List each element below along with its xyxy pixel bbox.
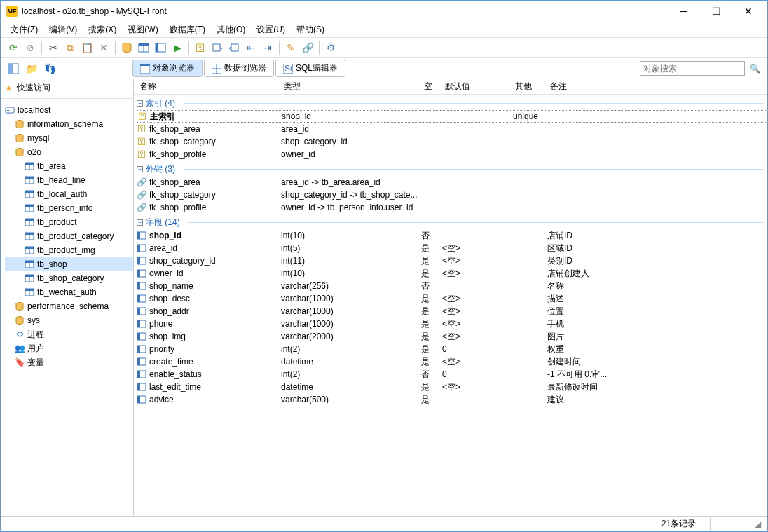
user-icon: 👥	[15, 343, 25, 353]
tree-item-mysql[interactable]: mysql	[5, 131, 133, 145]
menu-file[interactable]: 文件(Z)	[5, 22, 43, 37]
table-row[interactable]: shop_category_idint(11)是<空>类别ID	[137, 254, 767, 267]
menu-search[interactable]: 搜索(X)	[83, 22, 122, 37]
tree-item-变量[interactable]: 🔖变量	[5, 355, 133, 369]
table-row[interactable]: 🔗fk_shop_areaarea_id -> tb_area.area_id	[137, 176, 767, 189]
menu-view[interactable]: 视图(W)	[122, 22, 163, 37]
row-null: 是	[421, 268, 442, 280]
table-row[interactable]: advicevarchar(500)是建议	[137, 393, 767, 406]
close-button[interactable]: ✕	[732, 1, 764, 22]
tree-item-tb_product_category[interactable]: tb_product_category	[5, 229, 133, 243]
filter-button[interactable]: ⚙	[323, 40, 338, 55]
table-row[interactable]: shop_addrvarchar(1000)是<空>位置	[137, 305, 767, 318]
quick-access-header[interactable]: ★ 快速访问	[1, 79, 133, 97]
row-type: varchar(1000)	[281, 294, 421, 303]
row-remark: 创建时间	[547, 356, 767, 368]
copy-button[interactable]: ⧉	[62, 40, 78, 55]
menu-database[interactable]: 数据库(T)	[164, 22, 211, 37]
col-default[interactable]: 默认值	[442, 81, 512, 93]
tree-item-进程[interactable]: ⚙进程	[5, 327, 133, 341]
tree-item-tb_area[interactable]: tb_area	[5, 159, 133, 173]
section-header[interactable]: −索引 (4)	[137, 96, 767, 110]
col-remark[interactable]: 备注	[547, 81, 767, 93]
row-null: 否	[421, 230, 442, 242]
tab-sql-editor[interactable]: SQ SQL编辑器	[275, 60, 345, 77]
table-row[interactable]: owner_idint(10)是<空>店铺创建人	[137, 267, 767, 280]
tree-item-tb_local_auth[interactable]: tb_local_auth	[5, 187, 133, 201]
tree-item-sys[interactable]: sys	[5, 313, 133, 327]
tree-item-tb_wechat_auth[interactable]: tb_wechat_auth	[5, 285, 133, 299]
new-db-button[interactable]	[119, 40, 135, 55]
footprint-icon[interactable]: 👣	[42, 61, 57, 76]
col-name[interactable]: 名称	[137, 81, 281, 93]
svg-rect-19	[7, 110, 9, 111]
table-row[interactable]: create_timedatetime是<空>创建时间	[137, 355, 767, 368]
col-type[interactable]: 类型	[281, 81, 421, 93]
tree-item-tb_shop[interactable]: tb_shop	[5, 257, 133, 271]
delete-button[interactable]: ✕	[96, 40, 111, 55]
menu-help[interactable]: 帮助(S)	[291, 22, 330, 37]
paste-button[interactable]: 📋	[79, 40, 95, 55]
table-row[interactable]: area_idint(5)是<空>区域ID	[137, 242, 767, 254]
new-table-button[interactable]	[136, 40, 151, 55]
table-row[interactable]: 🔗fk_shop_profileowner_id -> tb_person_in…	[137, 201, 767, 214]
table-row[interactable]: priorityint(2)是0权重	[137, 343, 767, 355]
table-row[interactable]: shop_namevarchar(256)否名称	[137, 280, 767, 292]
section-header[interactable]: −外键 (3)	[137, 162, 767, 176]
titlebar: MF localhost - o2o.tb_shop - MySQL-Front…	[1, 1, 767, 22]
key-button[interactable]: ⚿	[193, 40, 208, 55]
tree-item-tb_person_info[interactable]: tb_person_info	[5, 201, 133, 215]
resize-grip-icon[interactable]: ◢	[752, 519, 762, 529]
cut-button[interactable]: ✂	[46, 40, 61, 55]
export-button[interactable]	[226, 40, 242, 55]
tab-object-browser[interactable]: 对象浏览器	[132, 60, 203, 77]
row-default: <空>	[442, 255, 512, 267]
run-button[interactable]: ▶	[170, 40, 185, 55]
folder-button[interactable]: 📁	[24, 61, 39, 76]
tab-label: SQL编辑器	[296, 62, 338, 74]
menu-edit[interactable]: 编辑(V)	[43, 22, 83, 37]
col-null[interactable]: 空	[421, 81, 442, 93]
row-remark: 手机	[547, 318, 767, 330]
link-button[interactable]: 🔗	[300, 40, 315, 55]
new-field-button[interactable]	[153, 40, 168, 55]
table-row[interactable]: enable_statusint(2)否0-1.不可用 0.审...	[137, 368, 767, 381]
edit-button[interactable]: ✎	[283, 40, 299, 55]
table-row[interactable]: ⚿主索引shop_idunique	[137, 110, 767, 123]
cancel-button[interactable]: ⊘	[22, 40, 38, 55]
table-row[interactable]: ⚿fk_shop_areaarea_id	[137, 123, 767, 135]
menu-settings[interactable]: 设置(U)	[251, 22, 291, 37]
tree-collapse-button[interactable]	[6, 61, 21, 76]
row-name: owner_id	[149, 268, 281, 278]
minus-icon: −	[137, 166, 143, 172]
col-other[interactable]: 其他	[512, 81, 547, 93]
section-header[interactable]: −字段 (14)	[137, 215, 767, 229]
tree-item-information_schema[interactable]: information_schema	[5, 117, 133, 131]
minimize-button[interactable]: ─	[668, 1, 700, 22]
first-button[interactable]: ⇤	[243, 40, 259, 55]
table-row[interactable]: 🔗fk_shop_categoryshop_category_id -> tb_…	[137, 189, 767, 201]
table-row[interactable]: last_edit_timedatetime是<空>最新修改时间	[137, 381, 767, 393]
tree-item-用户[interactable]: 👥用户	[5, 341, 133, 355]
tree-item-tb_shop_category[interactable]: tb_shop_category	[5, 271, 133, 285]
tab-data-browser[interactable]: 数据浏览器	[204, 60, 274, 77]
import-button[interactable]	[210, 40, 225, 55]
last-button[interactable]: ⇥	[260, 40, 275, 55]
search-input[interactable]	[640, 61, 745, 76]
refresh-button[interactable]: ⟳	[6, 40, 21, 55]
tree-item-tb_head_line[interactable]: tb_head_line	[5, 173, 133, 187]
tree-item-performance_schema[interactable]: performance_schema	[5, 299, 133, 313]
menu-other[interactable]: 其他(O)	[211, 22, 251, 37]
table-row[interactable]: shop_imgvarchar(2000)是<空>图片	[137, 330, 767, 343]
tree-item-tb_product_img[interactable]: tb_product_img	[5, 243, 133, 257]
table-row[interactable]: ⚿fk_shop_categoryshop_category_id	[137, 135, 767, 148]
tree-item-o2o[interactable]: o2o	[5, 145, 133, 159]
search-button[interactable]: 🔍	[746, 61, 763, 76]
maximize-button[interactable]: ☐	[700, 1, 732, 22]
table-row[interactable]: ⚿fk_shop_profileowner_id	[137, 148, 767, 161]
table-row[interactable]: phonevarchar(1000)是<空>手机	[137, 318, 767, 330]
tree-item-tb_product[interactable]: tb_product	[5, 215, 133, 229]
tree-item-localhost[interactable]: localhost	[5, 103, 133, 117]
table-row[interactable]: shop_idint(10)否店铺ID	[137, 229, 767, 242]
table-row[interactable]: shop_descvarchar(1000)是<空>描述	[137, 292, 767, 305]
